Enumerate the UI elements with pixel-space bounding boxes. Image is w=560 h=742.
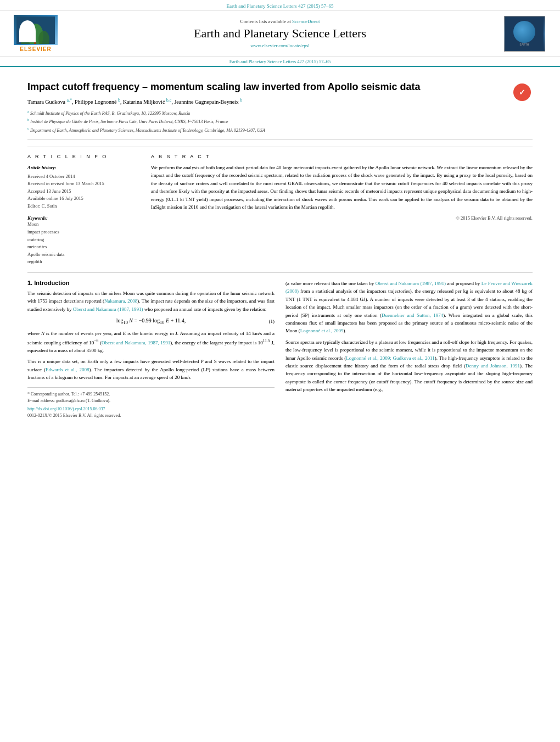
affiliations-list: a Schmidt Institute of Physics of the Ea… — [27, 109, 508, 134]
abstract-copyright: © 2015 Elsevier B.V. All rights reserved… — [151, 215, 533, 221]
header-center-area: Contents lists available at ScienceDirec… — [60, 19, 500, 48]
equation-1-block: log10 N = −0.99 log10 E + 11.4, (1) — [27, 317, 275, 325]
crossmark-badge[interactable]: ✓ — [513, 83, 533, 103]
crossmark-icon: ✓ — [513, 83, 531, 101]
ref-nakamura[interactable]: Nakamura, 2008 — [104, 298, 137, 304]
earth-journal-logo: EARTH — [504, 16, 545, 52]
abstract-text: We perform the analysis of both long and… — [151, 164, 533, 211]
elsevier-tree-image — [14, 15, 58, 45]
svg-rect-4 — [34, 41, 36, 44]
keyword-apollo: Apollo seismic data — [27, 251, 137, 259]
journal-ref-text: Earth and Planetary Science Letters 427 … — [226, 3, 333, 9]
sciencedirect-link[interactable]: ScienceDirect — [292, 19, 320, 24]
journal-url[interactable]: www.elsevier.com/locate/epsl — [71, 43, 489, 48]
footnote-doi[interactable]: http://dx.doi.org/10.1016/j.epsl.2015.06… — [27, 406, 275, 411]
body-two-columns: 1. Introduction The seismic detection of… — [27, 280, 533, 418]
abstract-column: A B S T R A C T We perform the analysis … — [151, 154, 533, 266]
received-date: Received 4 October 2014 — [27, 173, 137, 181]
right-paragraph-1: (a value more relevant than the one take… — [285, 280, 533, 335]
intro-paragraph-1: The seismic detection of impacts on the … — [27, 289, 275, 313]
abstract-heading: A B S T R A C T — [151, 154, 533, 159]
ref-oberst-nakamura-right[interactable]: Oberst and Nakamura (1987, 1991) — [376, 281, 446, 286]
section1-title: 1. Introduction — [27, 280, 275, 286]
ref-oberst-nakamura-1[interactable]: Oberst and Nakamura (1987, 1991) — [73, 306, 143, 312]
revised-date: Received in revised form 13 March 2015 — [27, 180, 137, 188]
main-content-area: Impact cutoff frequency – momentum scali… — [0, 67, 560, 423]
svg-text:EARTH: EARTH — [520, 43, 529, 46]
body-right-column: (a value more relevant than the one take… — [285, 280, 533, 418]
affiliation-c: c Department of Earth, Atmospheric and P… — [27, 126, 508, 134]
keyword-meteorites: meteorites — [27, 243, 137, 251]
footnote-section: * Corresponding author. Tel.: +7 499 254… — [27, 387, 275, 418]
keyword-regolith: regolith — [27, 258, 137, 266]
elsevier-logo-area: ELSEVIER — [11, 15, 60, 52]
affiliation-b: b Institut de Physique du Globe de Paris… — [27, 117, 508, 125]
journal-logo-area: EARTH — [500, 16, 549, 52]
footnote-copyright: 0012-821X/© 2015 Elsevier B.V. All right… — [27, 413, 275, 418]
contents-available-text: Contents lists available at ScienceDirec… — [71, 19, 489, 24]
editor-info: Editor: C. Sotin — [27, 203, 137, 210]
svg-point-1 — [21, 31, 34, 44]
history-label: Article history: — [27, 164, 137, 171]
equation-1-text: log10 N = −0.99 log10 E + 11.4, — [116, 317, 186, 325]
keywords-section: Keywords: Moon impact processes craterin… — [27, 215, 137, 266]
article-title-section: Impact cutoff frequency – momentum scali… — [27, 72, 533, 140]
journal-title: Earth and Planetary Science Letters — [71, 26, 489, 41]
footnote-email: E-mail address: gudkova@ifz.ru (T. Gudko… — [27, 398, 275, 404]
article-title: Impact cutoff frequency – momentum scali… — [27, 81, 508, 93]
right-paragraph-2: Source spectra are typically characteriz… — [285, 338, 533, 394]
available-date: Available online 16 July 2015 — [27, 195, 137, 203]
ref-lognonne-gudkova[interactable]: Lognonné et al., 2009; Gudkova et al., 2… — [346, 355, 434, 361]
journal-ref-line: Earth and Planetary Science Letters 427 … — [0, 57, 560, 67]
elsevier-brand-name: ELSEVIER — [20, 46, 51, 52]
equation-1-number: (1) — [269, 319, 275, 324]
article-info-heading: A R T I C L E I N F O — [27, 154, 137, 159]
authors-line: Tamara Gudkova a,*, Philippe Lognonné b,… — [27, 98, 508, 105]
body-left-column: 1. Introduction The seismic detection of… — [27, 280, 275, 418]
ref-lognonne-2009[interactable]: Lognonné et al., 2009 — [300, 328, 344, 333]
journal-reference-bar: Earth and Planetary Science Letters 427 … — [0, 0, 560, 10]
journal-header: ELSEVIER Contents lists available at Sci… — [0, 10, 560, 57]
affiliation-a: a Schmidt Institute of Physics of the Ea… — [27, 109, 508, 117]
keyword-cratering: cratering — [27, 236, 137, 244]
keyword-impact: impact processes — [27, 228, 137, 236]
intro-paragraph-2: where N is the number of events per year… — [27, 330, 275, 354]
section-divider — [27, 272, 533, 273]
ref-duennebier[interactable]: Duennebier and Sutton, 1974 — [382, 313, 443, 318]
footnote-corresponding-author: * Corresponding author. Tel.: +7 499 254… — [27, 391, 275, 398]
ref-oberst-nakamura-2[interactable]: Oberst and Nakamura, 1987, 1991 — [102, 340, 170, 345]
svg-point-6 — [514, 23, 534, 42]
ref-denny-johnson[interactable]: Denny and Johnson, 1991 — [466, 363, 520, 369]
intro-paragraph-3: This is a unique data set, on Earth only… — [27, 358, 275, 381]
keywords-label: Keywords: — [27, 215, 48, 221]
svg-text:✓: ✓ — [519, 88, 525, 97]
ref-edwards[interactable]: Edwards et al., 2008 — [46, 367, 89, 372]
keyword-moon: Moon — [27, 221, 137, 228]
article-history: Article history: Received 4 October 2014… — [27, 164, 137, 210]
info-abstract-section: A R T I C L E I N F O Article history: R… — [27, 147, 533, 266]
accepted-date: Accepted 13 June 2015 — [27, 188, 137, 196]
article-info-column: A R T I C L E I N F O Article history: R… — [27, 154, 137, 266]
